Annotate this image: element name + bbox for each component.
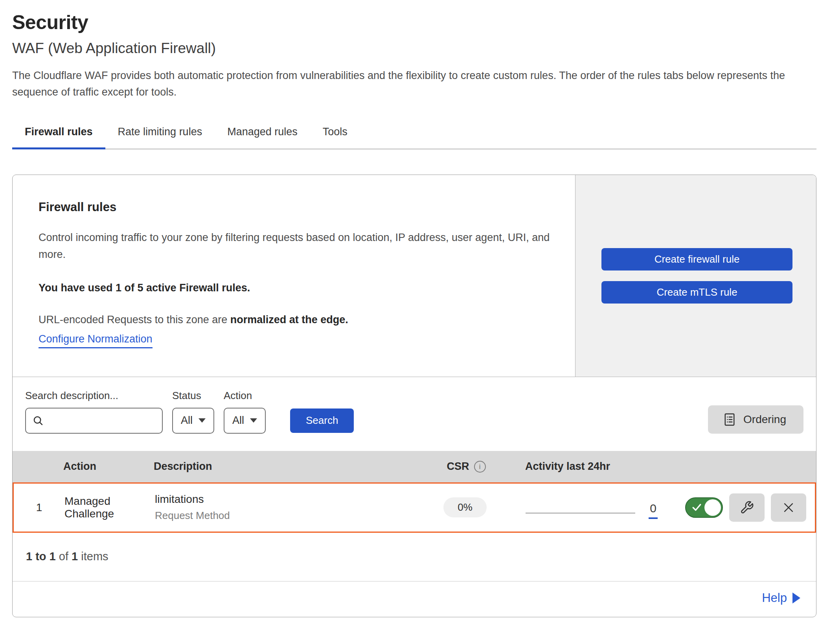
tab-tools[interactable]: Tools <box>310 119 360 149</box>
configure-normalization-link[interactable]: Configure Normalization <box>39 333 153 348</box>
pagination-range: 1 to 1 <box>26 550 56 563</box>
pagination-items: items <box>78 550 108 563</box>
filter-bar: Search description... Status All Action … <box>13 377 816 451</box>
normalization-note: URL-encoded Requests to this zone are no… <box>39 314 559 326</box>
search-box <box>25 408 163 434</box>
edit-rule-button[interactable] <box>729 493 765 522</box>
rule-enabled-toggle[interactable] <box>685 497 723 518</box>
search-input[interactable] <box>48 408 180 433</box>
usage-summary: You have used 1 of 5 active Firewall rul… <box>39 282 559 294</box>
help-row: Help <box>13 581 816 617</box>
rule-description-cell: limitations Request Method <box>155 493 406 522</box>
activity-sparkline <box>526 513 635 513</box>
status-label: Status <box>172 390 214 402</box>
action-dropdown[interactable]: All <box>224 408 266 434</box>
tab-rate-limiting-rules[interactable]: Rate limiting rules <box>105 119 215 149</box>
close-icon <box>782 501 795 514</box>
rule-priority: 1 <box>14 501 64 514</box>
rule-controls <box>658 493 815 522</box>
firewall-rules-info: Firewall rules Control incoming traffic … <box>13 175 575 377</box>
firewall-rules-card: Firewall rules Control incoming traffic … <box>13 175 816 377</box>
page-description: The Cloudflare WAF provides both automat… <box>12 68 798 101</box>
status-dropdown-value: All <box>181 414 193 427</box>
normalization-text: URL-encoded Requests to this zone are <box>39 314 230 326</box>
chevron-down-icon <box>250 418 257 423</box>
ordering-button[interactable]: Ordering <box>708 405 803 434</box>
activity-count-link[interactable]: 0 <box>649 502 658 519</box>
card-title: Firewall rules <box>39 200 559 214</box>
page-subtitle: WAF (Web Application Firewall) <box>12 40 816 57</box>
rule-activity-cell: 0 <box>524 499 658 516</box>
card-actions-panel: Create firewall rule Create mTLS rule <box>575 175 816 377</box>
rule-expression: Request Method <box>155 510 406 522</box>
action-filter-group: Action All <box>224 390 266 434</box>
waf-tab-bar: Firewall rules Rate limiting rules Manag… <box>12 119 816 149</box>
search-label: Search description... <box>25 390 163 402</box>
help-link-label: Help <box>762 591 787 605</box>
ordering-button-label: Ordering <box>743 413 786 426</box>
header-csr-label: CSR <box>447 460 469 473</box>
csr-badge: 0% <box>443 497 487 517</box>
wrench-icon <box>740 500 754 515</box>
info-icon[interactable]: i <box>474 461 486 473</box>
list-document-icon <box>724 413 735 426</box>
search-button[interactable]: Search <box>290 408 354 433</box>
header-activity: Activity last 24hr <box>525 460 659 473</box>
help-link[interactable]: Help <box>762 591 800 605</box>
check-icon <box>692 503 702 512</box>
rule-description: limitations <box>155 493 406 506</box>
header-description: Description <box>154 460 407 473</box>
arrow-right-icon <box>792 592 800 604</box>
firewall-rules-panel: Firewall rules Control incoming traffic … <box>12 175 816 617</box>
page-title: Security <box>12 11 816 34</box>
table-header: Action Description CSR i Activity last 2… <box>13 451 816 482</box>
status-filter-group: Status All <box>172 390 214 434</box>
tab-firewall-rules[interactable]: Firewall rules <box>12 119 105 149</box>
rule-csr-cell: 0% <box>406 497 524 517</box>
search-filter-group: Search description... <box>25 390 163 434</box>
toggle-knob <box>704 499 721 516</box>
create-mtls-rule-button[interactable]: Create mTLS rule <box>601 281 792 304</box>
pagination-total: 1 <box>72 550 78 563</box>
header-csr: CSR i <box>407 460 525 473</box>
pagination-summary: 1 to 1 of 1 items <box>13 533 816 581</box>
status-dropdown[interactable]: All <box>172 408 214 434</box>
search-icon <box>32 415 44 427</box>
table-row: 1 Managed Challenge limitations Request … <box>13 482 816 533</box>
pagination-of: of <box>56 550 72 563</box>
create-firewall-rule-button[interactable]: Create firewall rule <box>601 248 792 270</box>
chevron-down-icon <box>199 418 206 423</box>
rule-action: Managed Challenge <box>64 495 155 520</box>
card-description: Control incoming traffic to your zone by… <box>39 229 559 263</box>
action-dropdown-value: All <box>232 414 244 427</box>
action-label: Action <box>224 390 266 402</box>
tab-managed-rules[interactable]: Managed rules <box>215 119 310 149</box>
normalization-bold-text: normalized at the edge. <box>230 314 348 326</box>
delete-rule-button[interactable] <box>771 493 806 522</box>
header-action: Action <box>63 460 154 473</box>
